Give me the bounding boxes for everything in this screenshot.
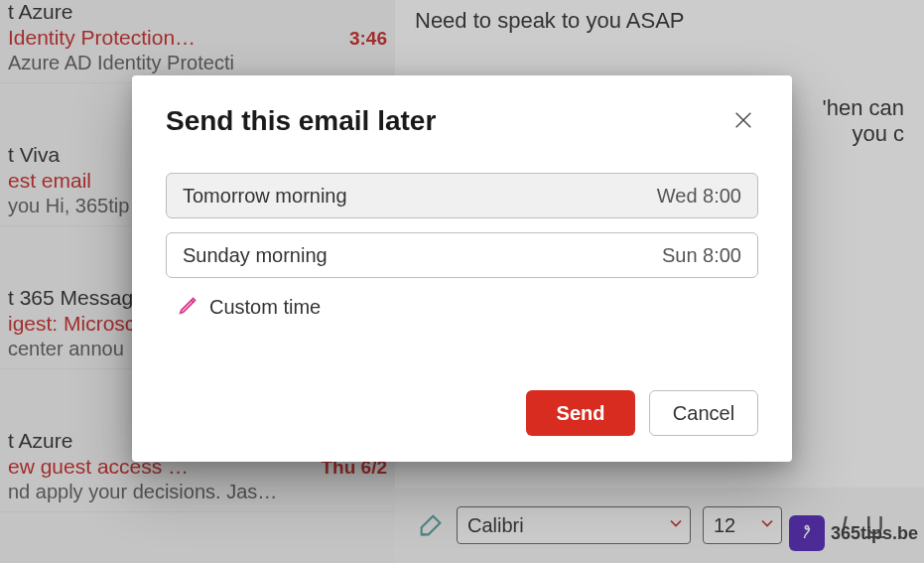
pencil-icon xyxy=(178,294,199,321)
option-when: Wed 8:00 xyxy=(657,185,741,208)
close-button[interactable] xyxy=(728,105,758,139)
option-when: Sun 8:00 xyxy=(662,244,741,267)
cancel-button-label: Cancel xyxy=(673,402,734,425)
option-label: Sunday morning xyxy=(183,244,328,267)
option-label: Tomorrow morning xyxy=(183,185,347,208)
schedule-option-sunday[interactable]: Sunday morning Sun 8:00 xyxy=(166,232,758,278)
send-button-label: Send xyxy=(557,402,605,425)
dialog-title: Send this email later xyxy=(166,105,436,137)
schedule-options: Tomorrow morning Wed 8:00 Sunday morning… xyxy=(166,173,758,278)
schedule-option-tomorrow[interactable]: Tomorrow morning Wed 8:00 xyxy=(166,173,758,218)
cancel-button[interactable]: Cancel xyxy=(649,390,758,436)
custom-time-button[interactable]: Custom time xyxy=(166,294,758,321)
send-later-dialog: Send this email later Tomorrow morning W… xyxy=(132,75,792,462)
send-button[interactable]: Send xyxy=(526,390,635,436)
custom-time-label: Custom time xyxy=(209,296,321,319)
